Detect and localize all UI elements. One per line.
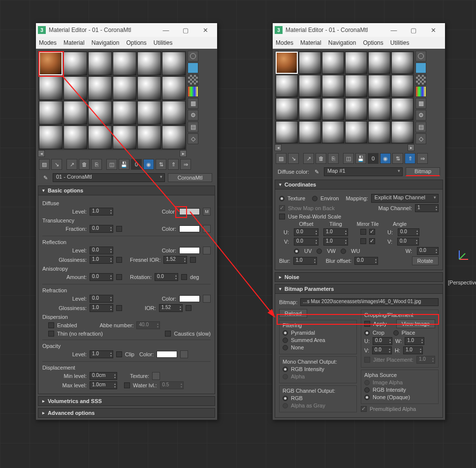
none-opaque-radio[interactable] — [364, 395, 370, 400]
make-unique-icon[interactable]: ◫ — [106, 159, 117, 170]
get-material-icon[interactable]: ▨ — [39, 159, 50, 170]
opacity-color-swatch[interactable] — [157, 351, 177, 358]
v-tile-checkbox[interactable] — [369, 238, 375, 244]
sample-scrollbar[interactable]: ◂▸ — [275, 144, 414, 151]
rollout-bitmap-parameters[interactable]: Bitmap Parameters — [275, 284, 443, 294]
make-copy-icon[interactable]: ⎘ — [328, 153, 339, 164]
maximize-button[interactable]: ▢ — [404, 23, 423, 37]
disp-min-spinner[interactable]: 0.0cm — [90, 372, 117, 380]
sample-slot[interactable] — [322, 121, 344, 143]
crop-w-spinner[interactable]: 1.0 — [405, 337, 424, 345]
sample-slot[interactable] — [113, 76, 136, 100]
menu-navigation[interactable]: Navigation — [328, 39, 356, 46]
sample-slot[interactable] — [299, 75, 321, 97]
clip-checkbox[interactable] — [116, 351, 122, 357]
sample-slot[interactable] — [162, 101, 186, 125]
sample-slot[interactable] — [322, 98, 344, 120]
place-radio[interactable] — [393, 330, 399, 336]
video-color-icon[interactable]: ▦ — [415, 98, 426, 109]
rollout-advanced-options[interactable]: Advanced options — [38, 408, 215, 418]
material-id-icon[interactable]: ◇ — [415, 133, 426, 144]
make-unique-icon[interactable]: ◫ — [343, 153, 354, 164]
alpha-rgb-intensity-radio[interactable] — [364, 387, 370, 393]
sample-slot[interactable] — [345, 52, 367, 74]
material-id-channel-icon[interactable]: 0 — [131, 159, 142, 170]
sample-slot[interactable] — [276, 52, 298, 74]
texture-radio[interactable] — [279, 196, 285, 201]
sample-slot[interactable] — [162, 76, 186, 100]
abbe-spinner[interactable]: 40.0 — [136, 321, 160, 329]
sample-slot[interactable] — [276, 75, 298, 97]
fresnel-map-checkbox[interactable] — [190, 257, 196, 263]
sample-slot[interactable] — [368, 75, 390, 97]
sample-slot[interactable] — [368, 98, 390, 120]
menu-utilities[interactable]: Utilities — [154, 39, 173, 46]
sample-uv-icon[interactable] — [188, 86, 198, 97]
menu-material[interactable]: Material — [300, 39, 321, 46]
go-forward-icon[interactable]: ⇒ — [417, 153, 428, 164]
thin-checkbox[interactable] — [48, 331, 54, 337]
backlight-icon[interactable] — [415, 62, 426, 73]
menu-modes[interactable]: Modes — [39, 39, 57, 46]
options-icon[interactable]: ⚙ — [415, 110, 426, 121]
sample-slot[interactable] — [137, 76, 161, 100]
sample-slot[interactable] — [39, 101, 63, 125]
menu-modes[interactable]: Modes — [276, 39, 293, 46]
menu-utilities[interactable]: Utilities — [390, 39, 410, 46]
assign-to-selection-icon[interactable]: ↗ — [66, 159, 77, 170]
real-world-scale-checkbox[interactable] — [279, 214, 285, 219]
v-tiling-spinner[interactable]: 1.0 — [323, 238, 348, 246]
sample-slot[interactable] — [63, 52, 87, 75]
sample-slot[interactable] — [162, 125, 186, 149]
v-angle-spinner[interactable]: 0.0 — [397, 238, 419, 246]
diffuse-map-button[interactable]: M — [203, 208, 211, 216]
diffuse-level-spinner[interactable]: 1.0 — [90, 208, 113, 216]
view-image-button[interactable]: View Image — [396, 319, 435, 328]
go-to-parent-icon[interactable]: ⇑ — [168, 159, 179, 170]
sample-slot[interactable] — [113, 52, 136, 75]
disp-max-spinner[interactable]: 1.0cm — [90, 381, 117, 389]
menu-options[interactable]: Options — [126, 39, 146, 46]
sample-slot[interactable] — [322, 75, 344, 97]
environ-radio[interactable] — [312, 196, 317, 201]
u-mirror-checkbox[interactable] — [360, 229, 366, 235]
diffuse-color-swatch[interactable] — [179, 208, 200, 215]
anisotropy-rotation-spinner[interactable]: 0.0 — [155, 273, 178, 281]
material-id-icon[interactable]: ◇ — [188, 133, 198, 144]
sample-type-icon[interactable] — [188, 51, 198, 62]
minimize-button[interactable]: — — [156, 23, 176, 37]
sample-slot[interactable] — [137, 125, 161, 149]
uv-radio[interactable] — [294, 249, 299, 254]
reflection-color-swatch[interactable] — [179, 247, 200, 254]
w-angle-spinner[interactable]: 0.0 — [417, 247, 439, 255]
sample-scrollbar[interactable]: ◂▸ — [38, 150, 187, 157]
caustics-checkbox[interactable] — [165, 331, 171, 337]
wu-radio[interactable] — [341, 249, 346, 254]
background-icon[interactable] — [188, 74, 198, 85]
menu-material[interactable]: Material — [63, 39, 85, 46]
show-in-viewport-icon[interactable]: ◉ — [380, 153, 391, 164]
backlight-icon[interactable] — [188, 62, 198, 73]
put-to-library-icon[interactable]: 💾 — [355, 153, 366, 164]
sample-slot[interactable] — [276, 121, 298, 143]
translucency-map-checkbox[interactable] — [116, 226, 122, 232]
close-button[interactable]: ✕ — [423, 23, 443, 37]
crop-v-spinner[interactable]: 0.0 — [372, 346, 392, 354]
sample-slot[interactable] — [162, 52, 186, 75]
minimize-button[interactable]: — — [384, 23, 404, 37]
sample-slot[interactable] — [345, 98, 367, 120]
v-offset-spinner[interactable]: 0.0 — [294, 238, 318, 246]
translucency-fraction-spinner[interactable]: 0.0 — [90, 225, 113, 233]
translucency-map-button[interactable] — [203, 225, 211, 233]
sample-slot[interactable] — [299, 52, 321, 74]
apply-checkbox[interactable] — [364, 321, 370, 327]
sample-slot[interactable] — [88, 125, 112, 149]
pyramidal-radio[interactable] — [283, 330, 288, 336]
refr-gloss-map-checkbox[interactable] — [116, 305, 122, 311]
fresnel-ior-spinner[interactable]: 1.52 — [163, 256, 187, 264]
menu-options[interactable]: Options — [363, 39, 383, 46]
map-name-combo[interactable]: Map #1 — [324, 167, 403, 176]
v-mirror-checkbox[interactable] — [360, 238, 366, 244]
reflection-map-button[interactable] — [203, 247, 211, 254]
sample-slot[interactable] — [113, 101, 136, 125]
